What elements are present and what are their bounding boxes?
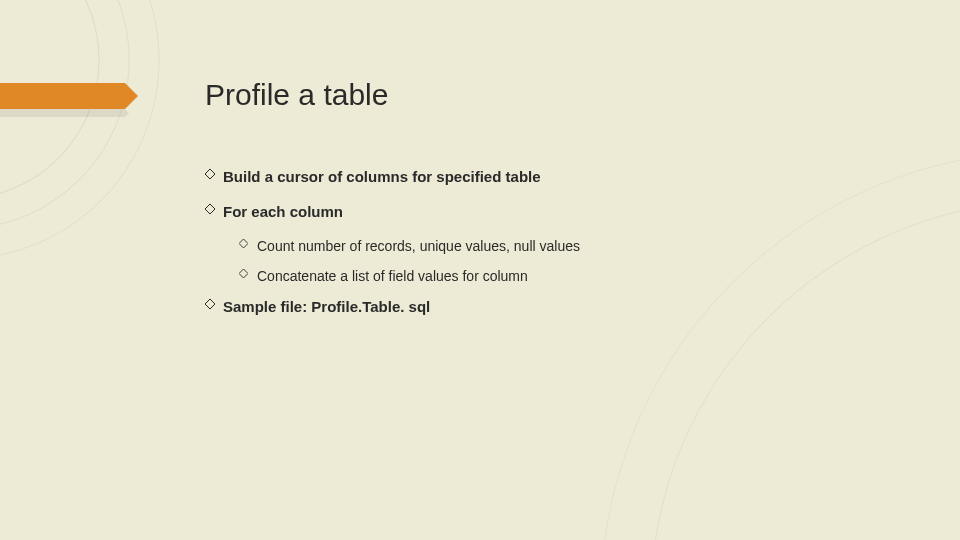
diamond-bullet-icon xyxy=(239,239,257,248)
diamond-bullet-icon xyxy=(205,204,223,214)
diamond-bullet-icon xyxy=(239,269,257,278)
slide-content: Build a cursor of columns for specified … xyxy=(205,168,845,333)
bullet-level1: Build a cursor of columns for specified … xyxy=(205,168,845,185)
banner-shadow xyxy=(0,109,125,117)
bullet-text: Sample file: Profile.Table. sql xyxy=(223,298,430,315)
bullet-text: For each column xyxy=(223,203,343,220)
slide: Profile a table Build a cursor of column… xyxy=(0,0,960,540)
diamond-bullet-icon xyxy=(205,169,223,179)
bullet-level2: Count number of records, unique values, … xyxy=(239,238,845,254)
slide-title: Profile a table xyxy=(205,78,388,112)
bullet-level2: Concatenate a list of field values for c… xyxy=(239,268,845,284)
bullet-level1: For each column xyxy=(205,203,845,220)
diamond-bullet-icon xyxy=(205,299,223,309)
accent-banner xyxy=(0,83,125,109)
bullet-text: Count number of records, unique values, … xyxy=(257,238,580,254)
bullet-text: Concatenate a list of field values for c… xyxy=(257,268,528,284)
bullet-text: Build a cursor of columns for specified … xyxy=(223,168,541,185)
bullet-level1: Sample file: Profile.Table. sql xyxy=(205,298,845,315)
